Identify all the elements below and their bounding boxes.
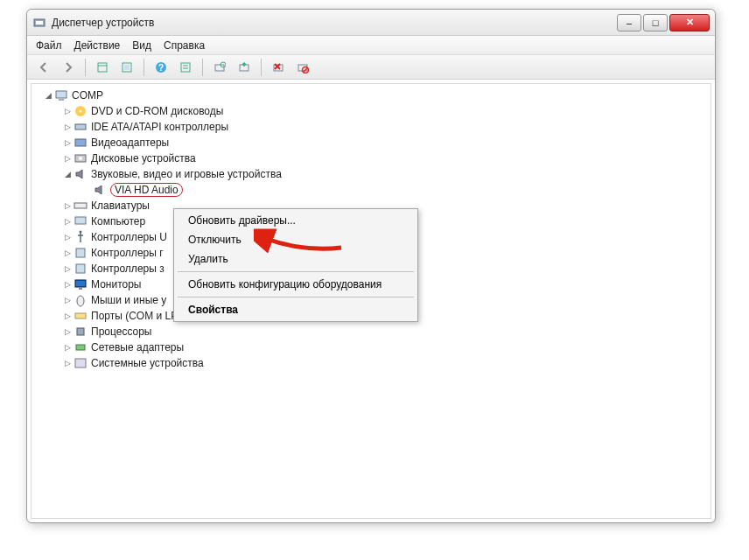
svg-rect-34 — [79, 288, 82, 290]
svg-point-23 — [80, 110, 82, 113]
menu-help[interactable]: Справка — [164, 39, 205, 52]
ctx-rescan[interactable]: Обновить конфигурацию оборудования — [176, 275, 416, 294]
ctx-separator — [178, 297, 414, 298]
menu-action[interactable]: Действие — [74, 39, 121, 52]
tree-category[interactable]: ▷DVD и CD-ROM дисководы — [40, 103, 710, 119]
ctx-separator — [178, 271, 414, 272]
titlebar: Диспетчер устройств – □ ✕ — [27, 10, 715, 36]
category-icon — [74, 293, 88, 307]
svg-rect-37 — [77, 328, 84, 335]
scan-button[interactable] — [210, 58, 229, 77]
tree-category[interactable]: ▷IDE ATA/ATAPI контроллеры — [40, 119, 710, 135]
ctx-delete[interactable]: Удалить — [176, 249, 416, 269]
help-button[interactable]: ? — [151, 58, 171, 77]
ctx-disable[interactable]: Отключить — [176, 230, 416, 249]
tree-category-label: Компьютер — [91, 215, 145, 228]
svg-rect-21 — [59, 99, 64, 101]
tree-root-label: COMP — [72, 89, 103, 102]
expand-icon: ▷ — [63, 280, 72, 289]
expand-icon: ▷ — [63, 296, 72, 304]
properties-button[interactable] — [176, 58, 195, 77]
category-icon — [74, 120, 88, 134]
svg-point-30 — [80, 231, 82, 234]
computer-icon — [54, 88, 68, 102]
menu-file[interactable]: Файл — [36, 39, 62, 52]
svg-rect-29 — [75, 217, 86, 224]
tree-category[interactable]: ▷Сетевые адаптеры — [40, 340, 710, 355]
tree-category-label: Дисковые устройства — [91, 152, 196, 164]
disable-button[interactable] — [293, 58, 312, 77]
tree-category[interactable]: ▷Дисковые устройства — [40, 150, 710, 166]
window-title: Диспетчер устройств — [52, 17, 617, 29]
minimize-button[interactable]: – — [617, 14, 641, 32]
expand-icon: ▷ — [63, 312, 72, 320]
category-icon — [74, 356, 88, 370]
category-icon — [74, 309, 88, 323]
category-icon — [74, 136, 88, 150]
svg-rect-25 — [75, 139, 86, 146]
expand-icon: ▷ — [63, 233, 72, 242]
svg-rect-20 — [56, 91, 66, 98]
tree-category[interactable]: ▷Системные устройства — [40, 355, 710, 371]
expand-icon: ▷ — [63, 138, 72, 147]
maximize-button[interactable]: □ — [643, 14, 668, 32]
category-icon — [74, 151, 88, 165]
svg-text:?: ? — [158, 63, 164, 73]
uninstall-button[interactable] — [269, 58, 288, 77]
close-button[interactable]: ✕ — [669, 14, 710, 32]
device-icon — [93, 183, 107, 197]
expand-icon: ▷ — [63, 201, 72, 210]
update-driver-button[interactable] — [234, 58, 254, 77]
toolbar-separator — [261, 59, 262, 76]
category-icon — [74, 230, 88, 244]
expand-icon: ▷ — [63, 154, 72, 163]
expand-icon: ◢ — [63, 170, 72, 178]
category-icon — [74, 214, 88, 228]
view-small-button[interactable] — [93, 58, 112, 77]
tree-category[interactable]: ▷Процессоры — [40, 324, 710, 340]
svg-rect-33 — [75, 280, 86, 287]
svg-point-35 — [77, 296, 84, 306]
category-icon — [74, 199, 88, 213]
tree-category-label: Контроллеры г — [91, 247, 164, 259]
category-icon — [74, 246, 88, 260]
expand-icon: ▷ — [63, 327, 72, 336]
toolbar: ? — [27, 55, 715, 80]
tree-root[interactable]: ◢ COMP — [40, 88, 710, 103]
ctx-update-drivers[interactable]: Обновить драйверы... — [176, 211, 416, 230]
svg-rect-38 — [76, 345, 85, 350]
svg-rect-31 — [76, 248, 85, 257]
toolbar-separator — [144, 59, 144, 76]
menubar: Файл Действие Вид Справка — [27, 36, 715, 55]
window-buttons: – □ ✕ — [617, 14, 710, 32]
svg-rect-28 — [74, 203, 87, 208]
expand-icon: ▷ — [63, 343, 72, 352]
menu-view[interactable]: Вид — [132, 39, 151, 52]
expand-icon: ▷ — [63, 107, 72, 116]
tree-device-label: VIA HD Audio — [110, 183, 183, 197]
nav-forward-button[interactable] — [59, 58, 78, 77]
tree-category[interactable]: ◢Звуковые, видео и игровые устройства — [40, 166, 710, 182]
tree-category-label: Звуковые, видео и игровые устройства — [91, 168, 282, 180]
category-icon — [74, 262, 88, 276]
toolbar-separator — [202, 59, 203, 76]
tree-device[interactable]: VIA HD Audio — [40, 182, 710, 198]
tree-category-label: Контроллеры U — [91, 231, 167, 243]
svg-rect-5 — [124, 65, 130, 70]
category-icon — [74, 277, 88, 291]
svg-rect-2 — [98, 63, 107, 72]
tree-category-label: IDE ATA/ATAPI контроллеры — [91, 121, 228, 133]
tree-category[interactable]: ▷Видеоадаптеры — [40, 135, 710, 150]
expand-icon: ▷ — [63, 359, 72, 368]
category-icon — [74, 104, 88, 118]
svg-point-27 — [79, 157, 82, 160]
app-icon — [32, 16, 46, 30]
expand-icon: ▷ — [63, 248, 72, 257]
tree-category-label: Сетевые адаптеры — [91, 341, 184, 354]
expand-icon: ▷ — [63, 264, 72, 273]
nav-back-button[interactable] — [34, 58, 53, 77]
view-large-button[interactable] — [117, 58, 136, 77]
category-icon — [74, 340, 88, 354]
ctx-properties[interactable]: Свойства — [176, 300, 416, 319]
svg-rect-24 — [75, 124, 86, 130]
